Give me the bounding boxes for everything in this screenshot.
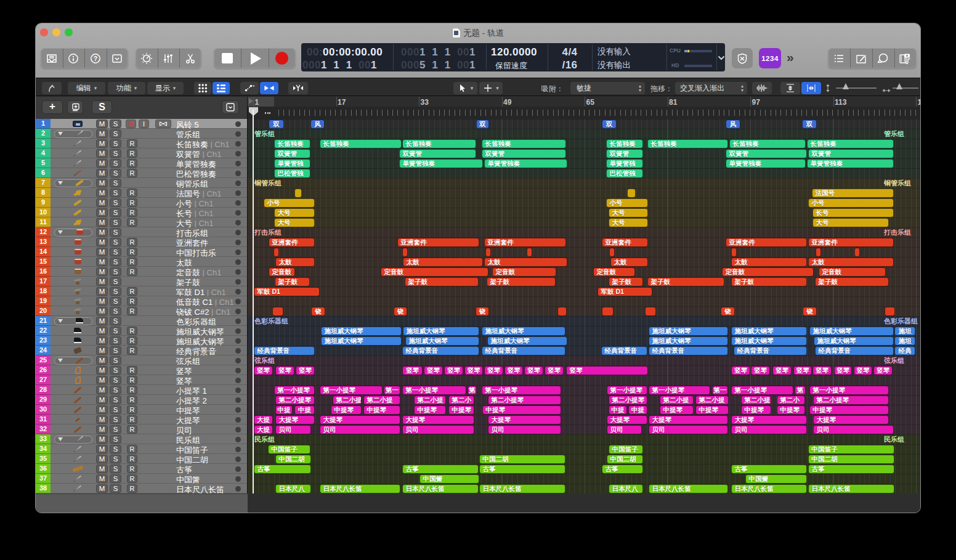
svg-text:?: ?: [94, 55, 97, 62]
